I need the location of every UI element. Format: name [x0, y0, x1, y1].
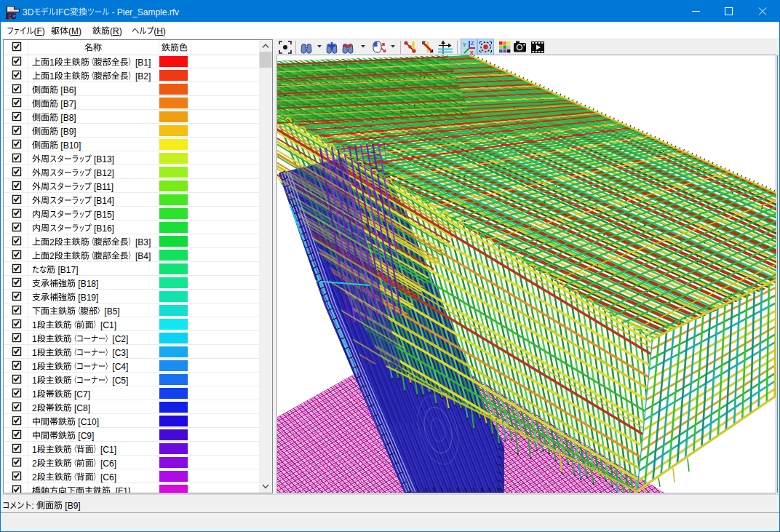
svg-text:Z: Z: [471, 41, 474, 46]
svg-text:[B3]: [B3]: [133, 237, 151, 247]
svg-text:[C6]: [C6]: [98, 458, 116, 469]
svg-text:- Pier_Sample.rfv: - Pier_Sample.rfv: [109, 7, 179, 17]
svg-text:1: 1: [32, 320, 37, 330]
svg-text:1: 1: [49, 71, 55, 82]
svg-text:[C2]: [C2]: [110, 334, 128, 344]
svg-text:[C4]: [C4]: [110, 362, 128, 372]
svg-text:[B13]: [B13]: [92, 154, 114, 164]
svg-text:1: 1: [49, 57, 55, 68]
svg-text:[B15]: [B15]: [92, 210, 114, 220]
svg-text:[B18]: [B18]: [76, 279, 98, 289]
svg-text:1: 1: [32, 334, 37, 344]
svg-text:[C1]: [C1]: [98, 320, 116, 330]
svg-text:[B16]: [B16]: [92, 223, 114, 234]
svg-text:[B19]: [B19]: [76, 293, 98, 303]
svg-text:[B2]: [B2]: [133, 71, 151, 82]
svg-text:IFC: IFC: [6, 12, 16, 20]
svg-text:[B1]: [B1]: [133, 57, 151, 68]
svg-text:1: 1: [32, 445, 37, 455]
svg-text:[C10]: [C10]: [76, 417, 99, 427]
svg-text:2: 2: [32, 458, 37, 469]
svg-text:2: 2: [49, 237, 55, 247]
svg-text:[B11]: [B11]: [92, 182, 114, 192]
svg-text:X: X: [470, 50, 474, 55]
svg-text:(R): (R): [110, 26, 122, 36]
svg-text:[C8]: [C8]: [72, 403, 90, 413]
svg-text:1: 1: [32, 348, 37, 358]
svg-text:[B8]: [B8]: [58, 113, 76, 123]
svg-text:[B14]: [B14]: [92, 196, 114, 206]
svg-text:[C7]: [C7]: [72, 389, 90, 400]
svg-text:(H): (H): [154, 26, 166, 36]
svg-text:2: 2: [49, 251, 55, 261]
svg-text:[B5]: [B5]: [102, 306, 120, 317]
svg-text:1: 1: [32, 389, 37, 400]
svg-text:2: 2: [32, 403, 37, 413]
svg-text:[C1]: [C1]: [98, 445, 116, 455]
svg-text:Y: Y: [463, 42, 466, 47]
svg-text:2: 2: [32, 472, 37, 483]
svg-text::: :: [31, 501, 36, 511]
svg-text:[B4]: [B4]: [133, 251, 151, 261]
svg-text:3D: 3D: [23, 7, 34, 17]
svg-text:[C5]: [C5]: [110, 376, 128, 386]
svg-text:[B9]: [B9]: [63, 501, 81, 511]
svg-text:[C9]: [C9]: [76, 431, 94, 441]
svg-text:[B10]: [B10]: [58, 140, 81, 151]
svg-text:[B7]: [B7]: [58, 99, 76, 109]
svg-text:[C3]: [C3]: [110, 348, 128, 358]
svg-text:(F): (F): [33, 26, 44, 36]
svg-text:1: 1: [32, 362, 37, 372]
svg-text:(M): (M): [68, 26, 81, 36]
svg-text:[B12]: [B12]: [92, 168, 114, 178]
svg-text:[B17]: [B17]: [55, 265, 78, 275]
svg-text:1: 1: [32, 376, 37, 386]
svg-text:IFC: IFC: [56, 7, 71, 17]
svg-text:[B6]: [B6]: [58, 85, 76, 95]
svg-text:[C6]: [C6]: [98, 472, 116, 483]
svg-text:[B9]: [B9]: [58, 127, 76, 137]
